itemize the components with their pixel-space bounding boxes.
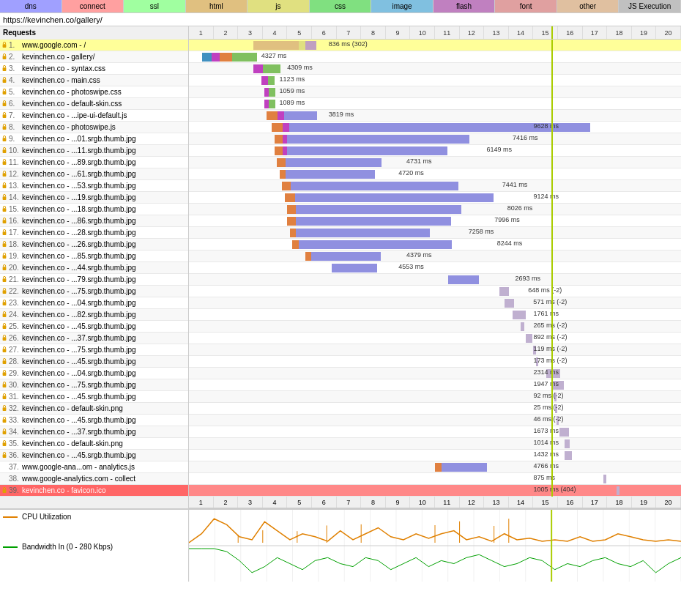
request-row[interactable]: 26.kevinchen.co - ...37.srgb.thumb.jpg [0, 333, 188, 344]
request-row[interactable]: 20.kevinchen.co - ...44.srgb.thumb.jpg [0, 262, 188, 274]
timeline-row: 4553 ms [189, 262, 681, 274]
bar-segment [565, 439, 570, 448]
request-row[interactable]: 39.kevinchen.co - favicon.ico [0, 485, 188, 497]
lock-icon [1, 428, 7, 437]
request-row[interactable]: 16.kevinchen.co - ...86.srgb.thumb.jpg [0, 215, 188, 227]
tab-connect[interactable]: connect [62, 0, 124, 12]
tab-js[interactable]: js [248, 0, 310, 12]
lock-icon [1, 135, 7, 144]
bar-container [253, 64, 681, 73]
bandwidth-label-item: Bandwidth In (0 - 280 Kbps) [3, 543, 185, 551]
request-row[interactable]: 13.kevinchen.co - ...53.srgb.thumb.jpg [0, 180, 188, 192]
row-url: kevinchen.co - ...45.srgb.thumb.jpg [22, 322, 136, 330]
row-url: kevinchen.co - photoswipe.js [22, 123, 116, 131]
request-row[interactable]: 1.www.google.com - / [0, 40, 188, 51]
bar-segment [299, 240, 452, 249]
request-row[interactable]: 31.kevinchen.co - ...45.srgb.thumb.jpg [0, 391, 188, 403]
svg-rect-32 [3, 419, 7, 423]
request-row[interactable]: 14.kevinchen.co - ...19.srgb.thumb.jpg [0, 192, 188, 204]
request-row[interactable]: 3.kevinchen.co - syntax.css [0, 63, 188, 75]
lock-icon [1, 76, 7, 85]
bar-segment [275, 146, 283, 155]
request-row[interactable]: 5.kevinchen.co - photoswipe.css [0, 86, 188, 98]
request-row[interactable]: 28.kevinchen.co - ...45.srgb.thumb.jpg [0, 356, 188, 368]
svg-rect-25 [3, 337, 7, 341]
tab-dns[interactable]: dns [0, 0, 62, 12]
bar-segment [220, 53, 232, 62]
request-row[interactable]: 17.kevinchen.co - ...28.srgb.thumb.jpg [0, 227, 188, 239]
request-row[interactable]: 8.kevinchen.co - photoswipe.js [0, 122, 188, 133]
request-row[interactable]: 37.www.google-ana...om - analytics.js [0, 461, 188, 473]
row-url: kevinchen.co - ...11.srgb.thumb.jpg [22, 146, 136, 155]
bottom-tick-20: 20 [656, 497, 681, 508]
tab-html[interactable]: html [186, 0, 248, 12]
timeline-row: 892 ms (-2) [189, 333, 681, 344]
request-row[interactable]: 10.kevinchen.co - ...11.srgb.thumb.jpg [0, 145, 188, 157]
bar-segment [499, 287, 509, 296]
tick-20: 20 [656, 26, 681, 39]
request-row[interactable]: 34.kevinchen.co - ...37.srgb.thumb.jpg [0, 426, 188, 438]
lock-icon [1, 287, 7, 296]
row-url: kevinchen.co - ...45.srgb.thumb.jpg [22, 451, 136, 459]
request-row[interactable]: 9.kevinchen.co - ...01.srgb.thumb.jpg [0, 133, 188, 145]
request-row[interactable]: 19.kevinchen.co - ...85.srgb.thumb.jpg [0, 251, 188, 262]
timing-label: 1005 ms (404) [533, 486, 576, 493]
request-row[interactable]: 21.kevinchen.co - ...79.srgb.thumb.jpg [0, 274, 188, 286]
url-bar: https://kevinchen.co/gallery/ [0, 13, 681, 26]
request-row[interactable]: 2.kevinchen.co - gallery/ [0, 51, 188, 63]
bar-segment [311, 252, 380, 261]
timeline-row: 7996 ms [189, 215, 681, 227]
tab-js-execution[interactable]: JS Execution [619, 0, 681, 12]
bottom-tick-9: 9 [386, 497, 411, 508]
request-row[interactable]: 6.kevinchen.co - default-skin.css [0, 98, 188, 110]
request-row[interactable]: 29.kevinchen.co - ...04.srgb.thumb.jpg [0, 368, 188, 379]
bar-segment [559, 428, 569, 437]
request-row[interactable]: 38.www.google-analytics.com - collect [0, 473, 188, 485]
tab-image[interactable]: image [371, 0, 433, 12]
request-row[interactable]: 22.kevinchen.co - ...75.srgb.thumb.jpg [0, 286, 188, 297]
request-row[interactable]: 7.kevinchen.co - ...ipe-ui-default.js [0, 110, 188, 122]
bottom-tick-13: 13 [484, 497, 509, 508]
bar-container [282, 182, 681, 190]
request-row[interactable]: 12.kevinchen.co - ...61.srgb.thumb.jpg [0, 168, 188, 180]
request-row[interactable]: 35.kevinchen.co - default-skin.png [0, 438, 188, 450]
svg-rect-23 [3, 313, 7, 317]
request-row[interactable]: 24.kevinchen.co - ...82.srgb.thumb.jpg [0, 309, 188, 321]
tab-flash[interactable]: flash [433, 0, 496, 12]
row-number: 25. [9, 322, 22, 330]
request-row[interactable]: 30.kevinchen.co - ...75.srgb.thumb.jpg [0, 379, 188, 391]
timing-label: 1014 ms [533, 439, 559, 446]
row-number: 38. [9, 475, 22, 483]
bar-container [505, 299, 681, 308]
request-row[interactable]: 23.kevinchen.co - ...04.srgb.thumb.jpg [0, 297, 188, 309]
svg-rect-31 [3, 407, 7, 411]
request-row[interactable]: 18.kevinchen.co - ...26.srgb.thumb.jpg [0, 239, 188, 251]
request-row[interactable]: 27.kevinchen.co - ...75.srgb.thumb.jpg [0, 344, 188, 356]
lock-icon [1, 252, 7, 261]
row-url: kevinchen.co - ...37.srgb.thumb.jpg [22, 428, 136, 436]
timing-label: 1432 ms [533, 450, 559, 458]
tab-other[interactable]: other [557, 0, 619, 12]
request-row[interactable]: 11.kevinchen.co - ...89.srgb.thumb.jpg [0, 157, 188, 168]
tab-css[interactable]: css [310, 0, 372, 12]
row-number: 33. [9, 416, 22, 424]
timeline-row: 173 ms (-2) [189, 356, 681, 368]
request-row[interactable]: 32.kevinchen.co - default-skin.png [0, 403, 188, 415]
request-row[interactable]: 15.kevinchen.co - ...18.srgb.thumb.jpg [0, 204, 188, 215]
tick-8: 8 [361, 26, 386, 39]
row-url: kevinchen.co - default-skin.png [22, 404, 123, 412]
timeline-row: 1123 ms [189, 75, 681, 86]
bar-segment [269, 88, 275, 97]
request-row[interactable]: 33.kevinchen.co - ...45.srgb.thumb.jpg [0, 415, 188, 426]
request-row[interactable]: 4.kevinchen.co - main.css [0, 75, 188, 86]
request-row[interactable]: 36.kevinchen.co - ...45.srgb.thumb.jpg [0, 450, 188, 461]
category-tabs[interactable]: dnsconnectsslhtmljscssimageflashfontothe… [0, 0, 681, 13]
svg-rect-18 [3, 255, 7, 259]
tab-font[interactable]: font [495, 0, 557, 12]
timeline-row: 7258 ms [189, 227, 681, 239]
tab-ssl[interactable]: ssl [124, 0, 186, 12]
request-row[interactable]: 25.kevinchen.co - ...45.srgb.thumb.jpg [0, 321, 188, 333]
bar-segment [267, 111, 278, 120]
lock-icon [1, 346, 7, 355]
bar-segment [287, 135, 469, 144]
